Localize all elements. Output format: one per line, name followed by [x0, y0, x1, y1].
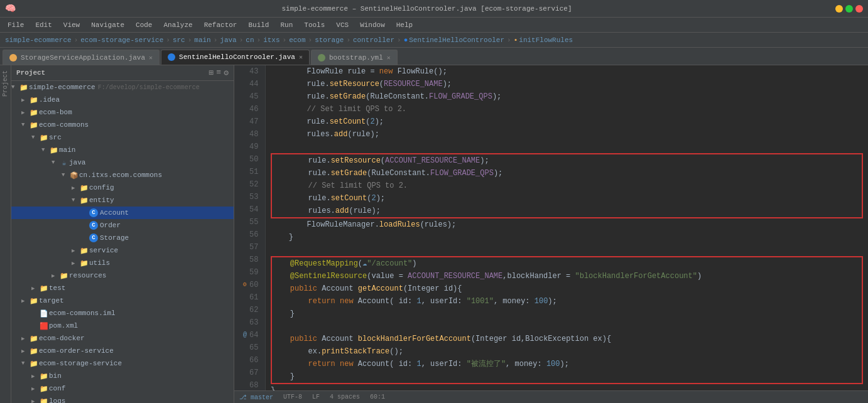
entity-label: entity	[89, 196, 114, 204]
tree-account[interactable]: C Account	[11, 207, 234, 219]
tree-ecom-storage[interactable]: 📁 ecom-storage-service	[11, 357, 234, 370]
sidebar-collapse-icon[interactable]: ≡	[216, 68, 221, 78]
tree-logs[interactable]: 📁 logs	[11, 395, 234, 403]
account-label: Account	[100, 209, 129, 217]
bc-sep8: ›	[308, 36, 313, 44]
menu-view[interactable]: View	[58, 20, 85, 30]
ln-45: 45	[239, 90, 260, 103]
red-box-region1: rule. setResource ( ACCOUNT_RESOURCE_NAM…	[271, 153, 863, 218]
idea-icon: 📁	[29, 96, 39, 104]
idea-arrow	[21, 97, 29, 104]
config-arrow	[72, 185, 79, 191]
bc-sep9: ›	[346, 36, 350, 44]
root-arrow	[11, 84, 19, 90]
bc-initflowrules[interactable]: initFlowRules	[519, 36, 573, 44]
tree-iml[interactable]: 📄 ecom-commons.iml	[11, 307, 234, 320]
menu-navigate[interactable]: Navigate	[86, 20, 129, 30]
win-close[interactable]	[855, 5, 863, 13]
tree-pom[interactable]: 🟥 pom.xml	[11, 320, 234, 332]
tree-java1[interactable]: ☕ java	[11, 156, 234, 169]
menu-edit[interactable]: Edit	[30, 20, 57, 30]
project-vert-label[interactable]: Project	[1, 68, 10, 99]
menu-vcs[interactable]: VCS	[331, 20, 354, 30]
bc-sentinelhello[interactable]: SentinelHelloControoler	[409, 36, 504, 44]
bc-ecom-storage-service[interactable]: ecom-storage-service	[80, 36, 163, 44]
ln-56: 56	[239, 228, 260, 241]
tab-bootstrap-label: bootstrap.yml	[329, 54, 383, 62]
win-minimize[interactable]	[835, 5, 843, 13]
tree-bin[interactable]: 📁 bin	[11, 370, 234, 382]
ln-44: 44	[239, 78, 260, 90]
bc-ecom[interactable]: ecom	[289, 36, 305, 44]
tree-ecom-commons[interactable]: 📁 ecom-commons	[11, 119, 234, 131]
target-icon: 📁	[29, 297, 39, 305]
tree-order[interactable]: C Order	[11, 219, 234, 232]
code-line-44: rule. setResource ( RESOURCE_NAME );	[271, 78, 863, 90]
menu-tools[interactable]: Tools	[299, 20, 330, 30]
tree-package1[interactable]: 📦 cn.itxs.ecom.commons	[11, 169, 234, 181]
code-line-67: }	[272, 370, 862, 383]
app-icon: 🧠	[5, 3, 16, 14]
utils-arrow	[72, 260, 79, 267]
tree-conf[interactable]: 📁 conf	[11, 382, 234, 395]
code-line-55: FlowRuleManager . loadRules (rules);	[271, 218, 863, 231]
tree-target[interactable]: 📁 target	[11, 294, 234, 307]
root-label: simple-ecommerce	[29, 83, 95, 91]
tree-ecom-bom[interactable]: 📁 ecom-bom	[11, 106, 234, 119]
tree-ecom-order[interactable]: 📁 ecom-order-service	[11, 345, 234, 357]
title-bar: 🧠 simple-ecommerce – SentinelHelloContro…	[0, 0, 868, 18]
tab-storage-app[interactable]: StorageServiceApplication.java ✕	[3, 50, 160, 65]
tab-bootstrap-close[interactable]: ✕	[387, 54, 391, 62]
win-maximize[interactable]	[845, 5, 853, 13]
tab-sentinel-close[interactable]: ✕	[299, 53, 303, 61]
menu-refactor[interactable]: Refactor	[199, 20, 242, 30]
code-display[interactable]: FlowRule rule = new FlowRule (); rule. s…	[266, 65, 868, 390]
menu-help[interactable]: Help	[391, 20, 418, 30]
config-icon: 📁	[79, 184, 89, 192]
sidebar-settings-icon[interactable]: ⚙	[224, 68, 229, 78]
menu-run[interactable]: Run	[275, 20, 298, 30]
bc-sep5: ›	[239, 36, 244, 44]
status-line-sep: LF	[312, 394, 320, 400]
tab-sentinel[interactable]: SentinelHelloControoler.java ✕	[161, 50, 310, 65]
menu-build[interactable]: Build	[243, 20, 274, 30]
menu-code[interactable]: Code	[131, 20, 157, 30]
target-arrow	[21, 298, 29, 304]
ln-46: 46	[239, 103, 260, 116]
bc-src[interactable]: src	[173, 36, 185, 44]
pkg1-icon: 📦	[69, 171, 79, 180]
tree-main1[interactable]: 📁 main	[11, 144, 234, 156]
tab-bootstrap[interactable]: bootstrap.yml ✕	[311, 50, 398, 65]
bc-simple-ecommerce[interactable]: simple-ecommerce	[5, 36, 72, 44]
tree-test[interactable]: 📁 test	[11, 282, 234, 294]
service-icon: 📁	[79, 247, 89, 255]
tab-storage-app-close[interactable]: ✕	[149, 54, 153, 62]
menu-window[interactable]: Window	[355, 20, 390, 30]
ln-58: 58	[239, 254, 260, 266]
tree-src1[interactable]: 📁 src	[11, 131, 234, 144]
code-content[interactable]: 43 44 45 46 47 48 49 50 51 52 53 54 55 5…	[234, 65, 868, 390]
tree-resources[interactable]: 📁 resources	[11, 269, 234, 282]
code-line-43: FlowRule rule = new FlowRule ();	[271, 65, 863, 78]
bc-java[interactable]: java	[220, 36, 236, 44]
tree-storage[interactable]: C Storage	[11, 232, 234, 244]
tree-root[interactable]: 📁 simple-ecommerce F:/develop/simple-eco…	[11, 81, 234, 94]
bc-cn[interactable]: cn	[246, 36, 254, 44]
menu-file[interactable]: File	[3, 20, 29, 30]
tree-entity[interactable]: 📁 entity	[11, 194, 234, 207]
code-line-62: }	[272, 308, 862, 320]
bc-controller[interactable]: controller	[353, 36, 394, 44]
storage-class-icon: C	[89, 234, 98, 242]
tree-utils[interactable]: 📁 utils	[11, 257, 234, 269]
bc-itxs[interactable]: itxs	[263, 36, 279, 44]
bc-main[interactable]: main	[194, 36, 210, 44]
bc-storage[interactable]: storage	[315, 36, 344, 44]
tree-idea[interactable]: 📁 .idea	[11, 94, 234, 106]
tree-service[interactable]: 📁 service	[11, 244, 234, 257]
ecom-docker-icon: 📁	[29, 335, 39, 343]
sidebar-expand-icon[interactable]: ⊞	[209, 68, 214, 78]
menu-analyze[interactable]: Analyze	[158, 20, 197, 30]
code-line-58: @RequestMapping ( ☁ "/account" )	[272, 257, 862, 270]
tree-ecom-docker[interactable]: 📁 ecom-docker	[11, 332, 234, 345]
tree-config[interactable]: 📁 config	[11, 181, 234, 194]
